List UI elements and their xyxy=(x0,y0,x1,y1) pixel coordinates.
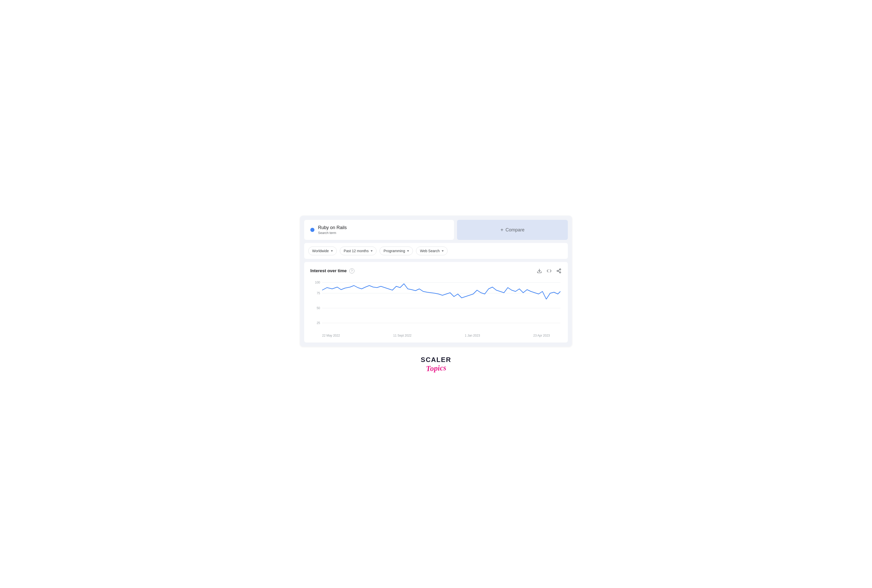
search-term-subtitle: Search term xyxy=(318,231,347,235)
filter-location-label: Worldwide xyxy=(312,249,329,253)
chevron-down-icon xyxy=(442,250,444,252)
chevron-down-icon xyxy=(371,250,373,252)
chart-title: Interest over time xyxy=(310,268,347,273)
svg-text:100: 100 xyxy=(315,280,320,284)
compare-plus-icon: + xyxy=(500,227,503,233)
filter-location[interactable]: Worldwide xyxy=(308,246,337,255)
compare-card[interactable]: + Compare xyxy=(457,220,568,240)
chart-section: Interest over time ? xyxy=(304,262,568,342)
x-label-2: 11 Sept 2022 xyxy=(393,334,411,338)
main-container: Ruby on Rails Search term + Compare Worl… xyxy=(300,216,572,346)
filter-search-type-label: Web Search xyxy=(420,249,440,253)
chevron-down-icon xyxy=(331,250,333,252)
compare-label: Compare xyxy=(505,227,524,232)
download-icon[interactable] xyxy=(536,268,542,274)
filter-category-label: Programming xyxy=(384,249,405,253)
x-axis-labels: 22 May 2022 11 Sept 2022 1 Jan 2023 23 A… xyxy=(310,332,562,338)
brand-topics-text: Topics xyxy=(426,363,446,373)
branding: SCALER Topics xyxy=(421,356,451,372)
share-icon[interactable] xyxy=(556,268,562,274)
interest-chart: 100 75 50 25 xyxy=(310,280,562,331)
search-term-dot xyxy=(310,228,315,232)
filter-search-type[interactable]: Web Search xyxy=(416,246,448,255)
help-icon[interactable]: ? xyxy=(349,268,354,273)
chart-actions xyxy=(536,268,562,274)
chart-title-group: Interest over time ? xyxy=(310,268,354,273)
filters-row: Worldwide Past 12 months Programming Web… xyxy=(304,243,568,259)
top-row: Ruby on Rails Search term + Compare xyxy=(304,220,568,240)
svg-line-5 xyxy=(558,270,560,270)
chart-area: 100 75 50 25 22 May 2022 11 Sept 2022 1 … xyxy=(310,280,562,338)
x-label-1: 22 May 2022 xyxy=(322,334,340,338)
filter-time-label: Past 12 months xyxy=(344,249,369,253)
x-label-4: 23 Apr 2023 xyxy=(533,334,550,338)
svg-text:75: 75 xyxy=(317,291,320,295)
search-term-title: Ruby on Rails xyxy=(318,225,347,230)
search-term-text: Ruby on Rails Search term xyxy=(318,225,347,235)
x-label-3: 1 Jan 2023 xyxy=(465,334,480,338)
search-term-card: Ruby on Rails Search term xyxy=(304,220,454,240)
svg-text:25: 25 xyxy=(317,321,320,325)
svg-text:50: 50 xyxy=(317,306,320,310)
chart-header: Interest over time ? xyxy=(310,268,562,274)
brand-scaler-text: SCALER xyxy=(421,356,451,364)
filter-category[interactable]: Programming xyxy=(379,246,413,255)
filter-time[interactable]: Past 12 months xyxy=(340,246,376,255)
chevron-down-icon xyxy=(407,250,409,252)
svg-line-4 xyxy=(558,271,560,272)
embed-icon[interactable] xyxy=(546,268,552,274)
